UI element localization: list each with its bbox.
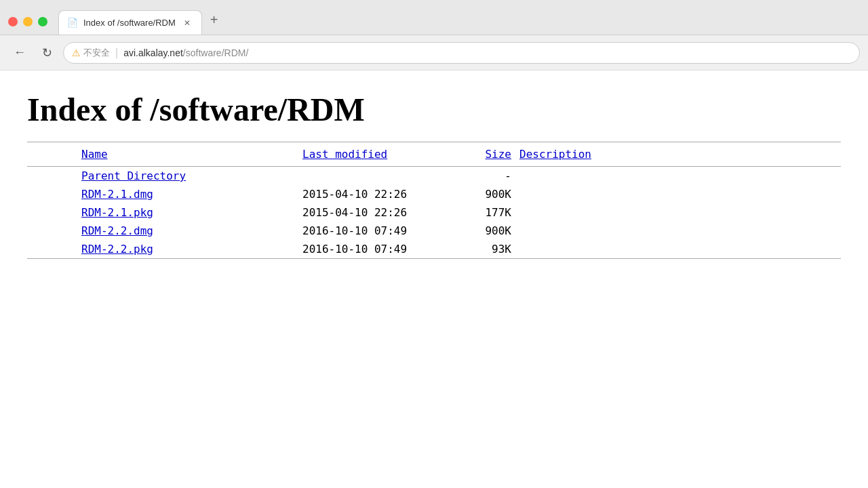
cell-modified: 2015-04-10 22:26 — [298, 185, 461, 203]
active-tab[interactable]: 📄 Index of /software/RDM ✕ — [58, 10, 202, 35]
table-header-row: Name Last modified Size Description — [27, 142, 841, 167]
cell-description — [515, 240, 841, 259]
navigation-bar: ← ↻ ⚠ 不安全 | avi.alkalay.net/software/RDM… — [0, 35, 868, 70]
cell-modified: 2016-10-10 07:49 — [298, 222, 461, 240]
tab-page-icon: 📄 — [67, 18, 78, 28]
file-link[interactable]: RDM-2.2.dmg — [81, 224, 153, 237]
insecure-label: 不安全 — [83, 47, 110, 59]
cell-modified: 2016-10-10 07:49 — [298, 240, 461, 259]
table-row: RDM-2.1.dmg2015-04-10 22:26900K — [27, 185, 841, 203]
sort-by-desc-link[interactable]: Description — [519, 148, 591, 161]
close-button[interactable] — [8, 17, 18, 26]
tab-close-button[interactable]: ✕ — [181, 17, 193, 29]
cell-name: Parent Directory — [27, 167, 298, 186]
security-warning: ⚠ 不安全 — [72, 47, 110, 59]
file-link[interactable]: RDM-2.1.dmg — [81, 188, 153, 201]
browser-window: 📄 Index of /software/RDM ✕ + ← ↻ ⚠ 不安全 |… — [0, 0, 868, 488]
file-link[interactable]: RDM-2.2.pkg — [81, 243, 153, 256]
file-link[interactable]: Parent Directory — [81, 169, 186, 182]
table-row: RDM-2.1.pkg2015-04-10 22:26177K — [27, 203, 841, 222]
url-divider: | — [115, 47, 118, 59]
sort-by-name-link[interactable]: Name — [81, 148, 108, 161]
cell-description — [515, 222, 841, 240]
cell-description — [515, 185, 841, 203]
col-header-description: Description — [515, 142, 841, 167]
col-header-name: Name — [27, 142, 298, 167]
tab-bar: 📄 Index of /software/RDM ✕ + — [58, 9, 868, 35]
cell-modified: 2015-04-10 22:26 — [298, 203, 461, 222]
table-row: RDM-2.2.pkg2016-10-10 07:4993K — [27, 240, 841, 259]
title-bar: 📄 Index of /software/RDM ✕ + — [0, 0, 868, 35]
table-row: RDM-2.2.dmg2016-10-10 07:49900K — [27, 222, 841, 240]
tab-title-label: Index of /software/RDM — [83, 18, 176, 28]
cell-size: 93K — [461, 240, 515, 259]
cell-description — [515, 203, 841, 222]
sort-by-size-link[interactable]: Size — [485, 148, 511, 161]
cell-name: RDM-2.1.dmg — [27, 185, 298, 203]
sort-by-modified-link[interactable]: Last modified — [302, 148, 387, 161]
col-header-modified: Last modified — [298, 142, 461, 167]
col-header-size: Size — [461, 142, 515, 167]
warning-icon: ⚠ — [72, 47, 81, 58]
page-title: Index of /software/RDM — [27, 91, 841, 128]
url-display: avi.alkalay.net/software/RDM/ — [123, 47, 248, 58]
cell-size: 177K — [461, 203, 515, 222]
cell-size: 900K — [461, 222, 515, 240]
table-row: Parent Directory- — [27, 167, 841, 186]
maximize-button[interactable] — [38, 17, 47, 26]
cell-name: RDM-2.1.pkg — [27, 203, 298, 222]
cell-name: RDM-2.2.dmg — [27, 222, 298, 240]
cell-size: 900K — [461, 185, 515, 203]
url-host: avi.alkalay.net — [123, 47, 183, 58]
new-tab-button[interactable]: + — [205, 9, 224, 30]
minimize-button[interactable] — [23, 17, 33, 26]
file-link[interactable]: RDM-2.1.pkg — [81, 206, 153, 219]
back-button[interactable]: ← — [8, 43, 31, 62]
url-path: /software/RDM/ — [183, 47, 248, 58]
cell-size: - — [461, 167, 515, 186]
window-controls — [8, 17, 47, 26]
page-content: Index of /software/RDM Name Last modifie… — [0, 70, 868, 488]
address-bar[interactable]: ⚠ 不安全 | avi.alkalay.net/software/RDM/ — [63, 42, 860, 64]
cell-modified — [298, 167, 461, 186]
cell-name: RDM-2.2.pkg — [27, 240, 298, 259]
directory-table: Name Last modified Size Description Pare… — [27, 142, 841, 259]
cell-description — [515, 167, 841, 186]
reload-button[interactable]: ↻ — [37, 43, 58, 63]
